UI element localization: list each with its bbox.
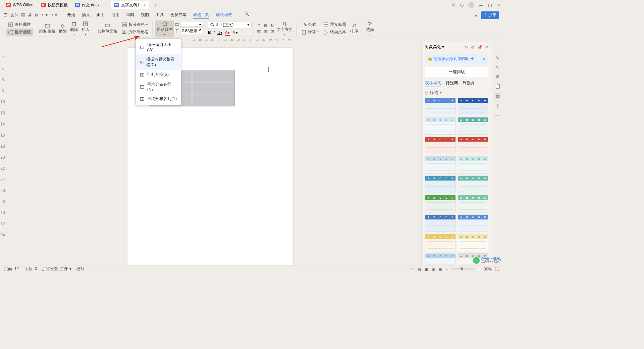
more-icon[interactable]: ⋯ (495, 113, 500, 118)
dd-distribute-rows[interactable]: 平均分布各行(N) (136, 80, 181, 94)
table-properties-button[interactable]: 表格属性 (6, 21, 33, 28)
table-style-preview[interactable]: ABCDE (458, 156, 489, 173)
align-left-icon[interactable] (257, 29, 261, 34)
tab-member[interactable]: 会员专享 (170, 11, 186, 19)
table-style-preview[interactable]: ABCDE (425, 195, 456, 212)
autofit-button[interactable]: 自动调整▾ (155, 20, 174, 37)
italic-button[interactable]: I (214, 30, 215, 36)
bold-button[interactable]: B (208, 30, 211, 36)
avatar-icon[interactable] (468, 2, 474, 8)
close-banner-icon[interactable]: ✕ (482, 57, 486, 61)
redo-icon[interactable]: ↷ ▾ (50, 13, 57, 17)
rp-tab-style[interactable]: 表格样式 (425, 80, 441, 87)
show-gridlines-button[interactable]: 显示虚框 (6, 29, 33, 36)
delete-button[interactable]: 删除▾ (69, 20, 79, 37)
maximize-icon[interactable]: ▢ (488, 3, 492, 8)
cube-icon[interactable]: ⬡ (460, 3, 464, 8)
dd-swap[interactable]: 行列互换(S) (136, 70, 181, 80)
table-style-preview[interactable]: ABCDE (425, 98, 456, 115)
col-width-icon[interactable] (175, 29, 179, 34)
formula-button[interactable]: fx公式 (299, 21, 321, 28)
table-style-preview[interactable]: ABCDE (425, 253, 456, 265)
member-banner[interactable]: 👑 超级会员限时加赠时长 ✕ (425, 54, 488, 64)
zoom-in-icon[interactable]: + (478, 267, 480, 271)
one-click-layout-button[interactable]: 一键排版 (425, 67, 488, 77)
font-selector[interactable]: Calibri (正文)▾ (208, 21, 252, 29)
menu-icon[interactable]: ☰ (4, 13, 8, 17)
dd-fit-window[interactable]: 适应窗口大小(W) (136, 40, 181, 54)
calculate-button[interactable]: 计算▾ (299, 29, 321, 36)
book-icon[interactable]: ▭ (410, 267, 414, 271)
close-icon[interactable]: • (144, 2, 146, 8)
rp-tab-row[interactable]: 行强调 (446, 80, 458, 87)
fit-icon[interactable]: ⛶ (495, 267, 499, 271)
align-right-icon[interactable] (270, 29, 275, 34)
close-window-icon[interactable]: ✕ (497, 3, 500, 8)
table-style-preview[interactable]: ABCDE (425, 234, 456, 251)
page-status[interactable]: 页面: 1/1 (4, 266, 20, 272)
web-view-icon[interactable]: ▦ (424, 267, 428, 271)
tab-review[interactable]: 审阅 (126, 11, 134, 19)
clipboard-icon[interactable]: 📋 (495, 83, 500, 89)
proof-status[interactable]: 校对 (76, 266, 84, 272)
tab-template[interactable]: D找稻壳模板 (38, 1, 71, 9)
sort-button[interactable]: 排序 (349, 22, 360, 35)
gear-icon[interactable]: ⚙ (471, 45, 475, 50)
print-preview-icon[interactable]: 🗎 (35, 13, 39, 17)
close-icon[interactable]: × (104, 2, 107, 8)
zoom-out-icon[interactable]: − (445, 267, 448, 271)
table-style-preview[interactable]: ABCDE (458, 234, 489, 251)
table-style-preview[interactable]: ABCDE (425, 137, 456, 154)
minimize-panel-icon[interactable]: — (495, 46, 500, 51)
reading-view-icon[interactable]: ▣ (438, 267, 442, 271)
print-icon[interactable]: 🖶 (28, 13, 32, 17)
row-height-input[interactable]: ▴▾ (180, 22, 203, 27)
table-style-preview[interactable]: ABCDE (425, 214, 456, 232)
filter-button[interactable]: ▽筛选▾ (422, 88, 492, 98)
pencil-icon[interactable]: ✎ (495, 55, 499, 60)
to-text-button[interactable]: 转为文本 (321, 29, 348, 36)
share-button[interactable]: ⇪分享 (481, 11, 499, 19)
page-view-icon[interactable]: ▤ (417, 267, 421, 271)
tab-reference[interactable]: 引用 (111, 11, 119, 19)
select-button[interactable]: 选择▾ (365, 20, 375, 37)
tab-page[interactable]: 页面 (97, 11, 105, 19)
new-tab-button[interactable]: ＋ (150, 1, 162, 9)
dd-fit-content[interactable]: 根据内容调整表格(C) (136, 54, 181, 70)
highlight-button[interactable]: ✎▾ (232, 30, 238, 36)
rp-tab-col[interactable]: 列强调 (463, 80, 475, 87)
table-style-preview[interactable]: ABCDE (458, 176, 489, 193)
col-width-input[interactable]: 2.68厘米▴▾ (180, 27, 203, 35)
tab-insert[interactable]: 插入 (82, 11, 90, 19)
tab-wps-office[interactable]: WWPS Office (3, 1, 37, 9)
table-style-preview[interactable]: ABCDE (425, 156, 456, 173)
zoom-level[interactable]: 80% (484, 267, 492, 271)
file-menu[interactable]: 文件 (10, 12, 18, 18)
table-style-preview[interactable]: ABCDE (458, 137, 489, 154)
settings-icon[interactable]: ⚙ (495, 74, 500, 79)
document-canvas[interactable] (6, 42, 415, 265)
font-color-button[interactable]: A▾ (225, 30, 230, 36)
word-count[interactable]: 字数: 0 (24, 266, 37, 272)
grid-icon[interactable]: ▦ (495, 93, 500, 99)
help-icon[interactable]: ? (496, 103, 499, 109)
draw-table-button[interactable]: 绘制表格 (38, 22, 57, 35)
table-style-preview[interactable]: ABCDE (425, 176, 456, 193)
merge-cells-button[interactable]: 合并单元格 (96, 22, 119, 35)
multiwin-icon[interactable]: ⧉ (452, 2, 455, 8)
table-style-preview[interactable]: ABCDE (458, 195, 489, 212)
repeat-header-button[interactable]: 重复标题 (321, 21, 348, 28)
align-top-icon[interactable] (257, 23, 261, 28)
save-icon[interactable]: 🖫 (21, 13, 25, 17)
minimize-icon[interactable]: — (479, 3, 483, 8)
text-direction-button[interactable]: I文字方向▾ (275, 20, 294, 37)
close-panel-icon[interactable]: ✕ (485, 45, 488, 50)
refresh-icon[interactable]: ⟳ (465, 45, 468, 50)
erase-button[interactable]: 擦除 (57, 22, 68, 35)
zoom-slider[interactable] (451, 268, 475, 269)
cursor-icon[interactable]: ↖ (495, 64, 499, 70)
table-style-preview[interactable]: ABCDE (425, 117, 456, 135)
tab-table-tools[interactable]: 表格工具 (193, 11, 209, 19)
undo-icon[interactable]: ↶ ▾ (41, 13, 48, 17)
tab-doc2-active[interactable]: W文字文稿1• (111, 1, 149, 9)
